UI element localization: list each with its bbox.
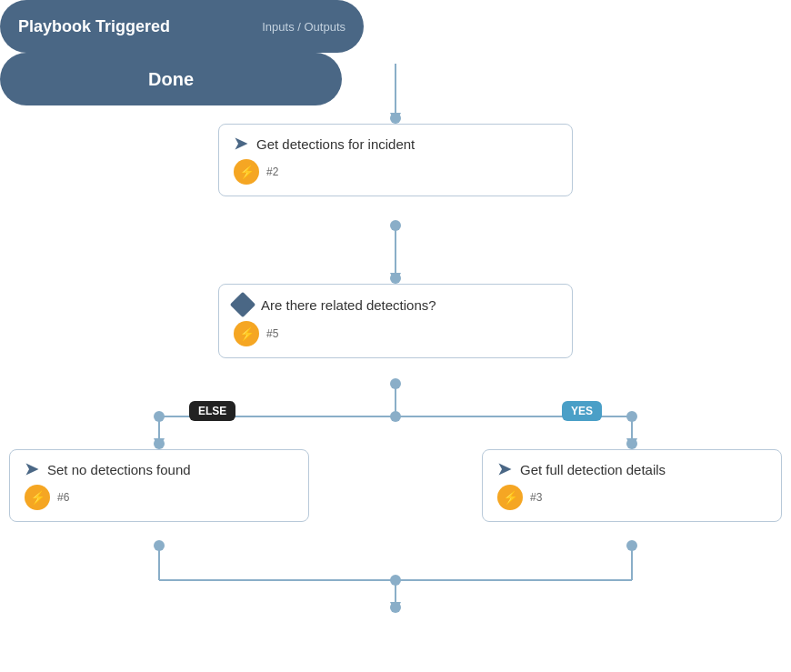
trigger-title: Playbook Triggered (18, 17, 170, 36)
svg-marker-3 (390, 273, 401, 284)
svg-marker-16 (390, 602, 401, 613)
svg-point-19 (390, 273, 401, 284)
node5-num: #5 (266, 327, 278, 340)
done-label: Done (148, 69, 194, 90)
node2-title: Get detections for incident (256, 136, 415, 152)
node-set-no-detections[interactable]: ➤ Set no detections found ⚡ #6 (9, 449, 309, 522)
svg-point-20 (390, 378, 401, 389)
lightning-badge-5: ⚡ (234, 321, 259, 346)
svg-point-22 (154, 411, 165, 422)
svg-point-26 (154, 540, 165, 551)
svg-point-27 (626, 540, 637, 551)
action-icon-3: ➤ (497, 461, 511, 477)
svg-point-21 (390, 411, 401, 422)
lightning-badge-2: ⚡ (234, 159, 259, 185)
svg-point-17 (390, 113, 401, 124)
done-node[interactable]: Done (0, 53, 342, 105)
else-label: ELSE (189, 401, 235, 421)
action-icon-6: ➤ (25, 461, 38, 477)
svg-marker-8 (154, 438, 165, 449)
inputs-outputs-link[interactable]: Inputs / Outputs (262, 20, 345, 34)
node6-num: #6 (57, 491, 69, 504)
trigger-node[interactable]: Playbook Triggered Inputs / Outputs (0, 0, 364, 53)
node3-num: #3 (530, 491, 542, 504)
node3-title: Get full detection details (520, 462, 666, 477)
flowchart: Playbook Triggered Inputs / Outputs ➤ Ge… (0, 0, 791, 672)
svg-point-24 (154, 438, 165, 449)
svg-point-23 (626, 411, 637, 422)
node-get-full-detections[interactable]: ➤ Get full detection details ⚡ #3 (482, 449, 782, 522)
svg-point-28 (390, 575, 401, 586)
node-get-detections[interactable]: ➤ Get detections for incident ⚡ #2 (218, 124, 573, 196)
node5-title: Are there related detections? (261, 297, 436, 313)
yes-label: YES (562, 401, 602, 421)
action-icon: ➤ (234, 135, 247, 152)
lightning-badge-3: ⚡ (497, 485, 523, 510)
lightning-badge-6: ⚡ (25, 485, 50, 510)
node-condition[interactable]: Are there related detections? ⚡ #5 (218, 284, 573, 358)
svg-point-25 (626, 438, 637, 449)
node2-num: #2 (266, 165, 278, 178)
node6-title: Set no detections found (47, 462, 191, 477)
condition-icon (230, 292, 255, 317)
svg-marker-10 (626, 438, 637, 449)
svg-point-18 (390, 220, 401, 231)
svg-point-29 (390, 602, 401, 613)
svg-marker-1 (390, 113, 401, 124)
